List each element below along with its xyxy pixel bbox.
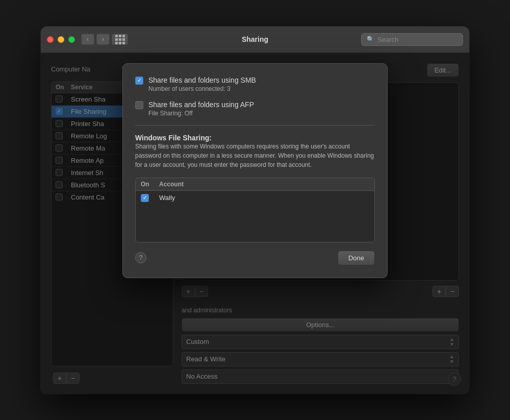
- traffic-lights: [47, 36, 75, 43]
- search-icon: 🔍: [367, 36, 374, 43]
- windows-section-desc: Sharing files with some Windows computer…: [135, 142, 375, 169]
- modal-dialog: Share files and folders using SMB Number…: [122, 63, 388, 278]
- accounts-table-header: On Account: [136, 178, 374, 191]
- modal-overlay: Share files and folders using SMB Number…: [41, 53, 469, 394]
- smb-text-block: Share files and folders using SMB Number…: [148, 76, 256, 92]
- afp-option-subtitle: File Sharing: Off: [148, 110, 254, 117]
- windows-section: Windows File Sharing: Sharing files with…: [135, 134, 375, 169]
- close-button[interactable]: [47, 36, 54, 43]
- minimize-button[interactable]: [58, 36, 64, 43]
- back-button[interactable]: ‹: [81, 34, 94, 45]
- smb-checkbox[interactable]: [135, 77, 143, 85]
- account-row-wally[interactable]: Wally: [136, 191, 374, 205]
- modal-divider: [135, 125, 375, 126]
- modal-help-button[interactable]: ?: [135, 252, 146, 263]
- forward-button[interactable]: ›: [96, 34, 110, 45]
- maximize-button[interactable]: [68, 36, 75, 43]
- accounts-body: Wally: [136, 191, 374, 242]
- smb-option: Share files and folders using SMB Number…: [135, 76, 375, 92]
- grid-icon: [115, 35, 125, 44]
- on-col-header: On: [141, 181, 159, 188]
- window-title: Sharing: [242, 35, 268, 43]
- afp-option-title: Share files and folders using AFP: [148, 101, 254, 109]
- afp-option: Share files and folders using AFP File S…: [135, 101, 375, 117]
- wally-checkbox[interactable]: [141, 194, 149, 202]
- smb-option-title: Share files and folders using SMB: [148, 76, 256, 84]
- accounts-table: On Account Wally: [135, 178, 375, 242]
- done-button[interactable]: Done: [338, 251, 375, 265]
- wally-account-name: Wally: [159, 194, 369, 202]
- modal-footer: ? Done: [135, 251, 375, 265]
- afp-checkbox[interactable]: [135, 101, 143, 109]
- search-box[interactable]: 🔍 Search: [361, 33, 463, 46]
- smb-option-subtitle: Number of users connected: 3: [148, 85, 256, 92]
- apps-grid-button[interactable]: [112, 34, 128, 45]
- titlebar: ‹ › Sharing 🔍 Search: [41, 27, 469, 53]
- windows-section-title: Windows File Sharing:: [135, 134, 375, 142]
- search-input[interactable]: Search: [377, 36, 398, 43]
- account-col-header: Account: [159, 181, 369, 188]
- afp-text-block: Share files and folders using AFP File S…: [148, 101, 254, 117]
